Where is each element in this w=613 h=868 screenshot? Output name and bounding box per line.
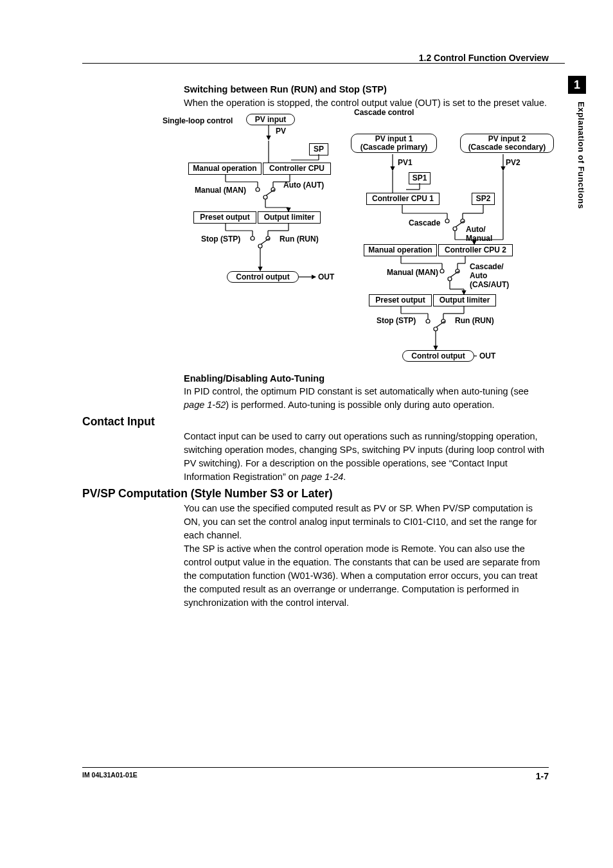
svg-point-50 — [440, 269, 444, 273]
svg-point-44 — [453, 227, 457, 231]
svg-point-63 — [426, 319, 430, 323]
svg-point-57 — [448, 277, 452, 281]
header-rule — [82, 63, 565, 64]
svg-line-12 — [265, 190, 274, 196]
pvsp-p1: You can use the specified computed resul… — [184, 502, 549, 542]
footer-docid: IM 04L31A01-01E — [82, 771, 138, 779]
chapter-tab: 1 — [568, 76, 586, 94]
svg-line-69 — [436, 321, 445, 328]
header-section: 1.2 Control Function Overview — [419, 53, 549, 63]
svg-line-56 — [450, 271, 459, 278]
footer-rule — [82, 767, 549, 768]
chapter-tab-title: Explanation of Functions — [568, 102, 586, 209]
svg-point-70 — [434, 327, 438, 331]
svg-line-43 — [455, 221, 464, 227]
svg-point-6 — [256, 188, 260, 191]
autotune-body: In PID control, the optimum PID constant… — [184, 385, 549, 412]
footer-page: 1-7 — [536, 771, 549, 781]
svg-point-37 — [445, 219, 449, 223]
svg-point-19 — [251, 236, 254, 240]
subhead-autotune: Enabling/Disabling Auto-Tuning — [184, 373, 324, 384]
contact-body: Contact input can be used to carry out o… — [184, 430, 549, 484]
heading-pvsp: PV/SP Computation (Style Number S3 or La… — [82, 487, 333, 500]
svg-point-13 — [263, 195, 267, 199]
pvsp-p2: The SP is active when the control operat… — [184, 542, 549, 610]
svg-line-25 — [260, 238, 269, 245]
subhead-switching: Switching between Run (RUN) and Stop (ST… — [184, 84, 387, 94]
svg-point-26 — [258, 244, 262, 248]
heading-contact: Contact Input — [82, 415, 155, 429]
